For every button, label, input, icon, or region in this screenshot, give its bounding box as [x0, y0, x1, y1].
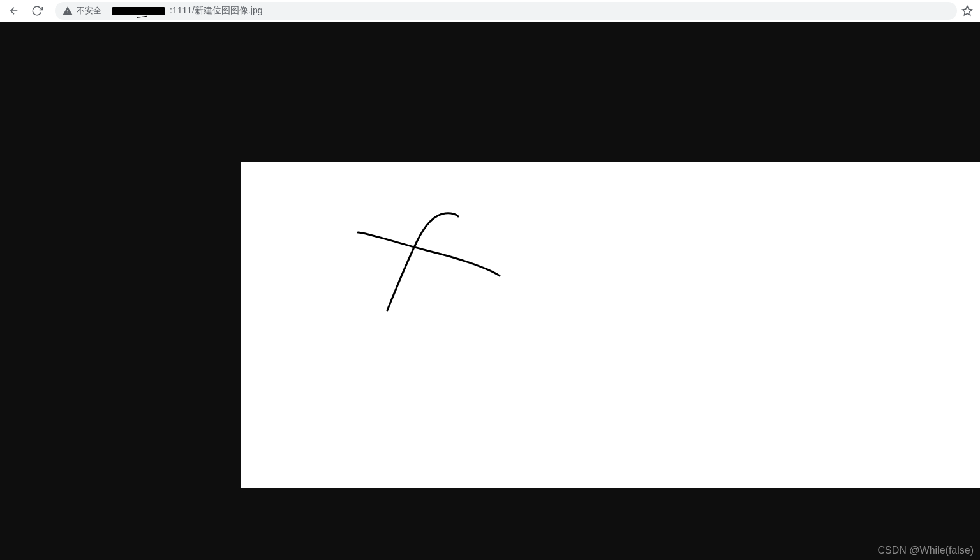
image-display[interactable]: [241, 162, 980, 488]
security-label: 不安全: [77, 5, 101, 17]
browser-toolbar: 不安全 :1111/新建位图图像.jpg: [0, 0, 980, 22]
reload-button[interactable]: [28, 2, 46, 20]
address-divider: [107, 6, 107, 16]
drawing-stroke-1: [241, 162, 980, 488]
security-indicator[interactable]: 不安全: [63, 5, 101, 17]
url-suffix: :1111/新建位图图像.jpg: [170, 5, 263, 17]
watermark-text: CSDN @While(false): [878, 545, 974, 556]
address-bar[interactable]: 不安全 :1111/新建位图图像.jpg: [55, 2, 957, 20]
star-icon: [961, 5, 973, 17]
reload-icon: [31, 5, 43, 17]
svg-marker-0: [963, 6, 972, 15]
back-button[interactable]: [5, 2, 23, 20]
arrow-left-icon: [8, 5, 20, 17]
warning-icon: [63, 6, 73, 16]
url-redacted-portion: [112, 7, 165, 15]
bookmark-button[interactable]: [960, 3, 975, 19]
content-viewport: CSDN @While(false): [0, 22, 980, 560]
